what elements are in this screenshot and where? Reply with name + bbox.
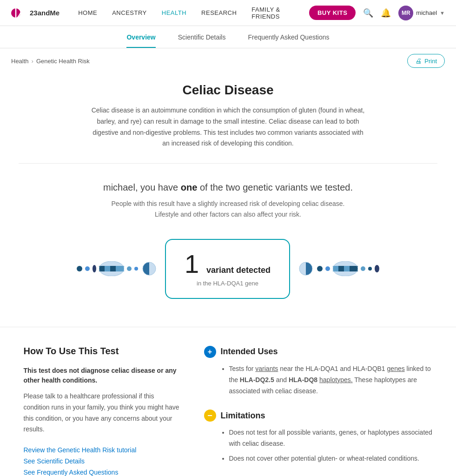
intended-uses-block: + Intended Uses Tests for variants near …: [204, 346, 433, 397]
svg-rect-9: [333, 266, 338, 271]
svg-rect-12: [350, 266, 358, 271]
dot-r3: [361, 266, 365, 271]
link-scientific[interactable]: See Scientific Details: [24, 457, 182, 465]
dot-4: [127, 266, 132, 271]
logo-icon: [11, 5, 28, 21]
limitations-title: Limitations: [221, 411, 265, 421]
limitations-body: Does not test for all possible variants,…: [204, 427, 433, 464]
result-subtext: People with this result have a slightly …: [103, 198, 354, 219]
link-tutorial[interactable]: Review the Genetic Health Risk tutorial: [24, 446, 182, 454]
svg-rect-4: [105, 266, 110, 271]
tab-overview[interactable]: Overview: [126, 27, 155, 47]
breadcrumb-health[interactable]: Health: [11, 58, 29, 65]
link-faq[interactable]: See Frequently Asked Questions: [24, 469, 182, 476]
limitations-item-1: Does not cover other potential gluten- o…: [229, 453, 433, 464]
search-icon[interactable]: 🔍: [363, 8, 373, 18]
intended-uses-body: Tests for variants near the HLA-DQA1 and…: [204, 364, 433, 397]
dot-3: [93, 265, 96, 272]
dot-r5: [375, 265, 379, 272]
variant-number: 1: [185, 251, 199, 277]
half-circle-right: [297, 260, 314, 277]
logo[interactable]: 23andMe: [11, 5, 59, 21]
breadcrumb-bar: Health › Genetic Health Risk 🖨 Print: [0, 48, 456, 73]
dna-cylinder-right: [333, 261, 358, 276]
how-warning: This test does not diagnose celiac disea…: [24, 366, 182, 385]
navbar: 23andMe HOME ANCESTRY HEALTH RESEARCH FA…: [0, 0, 456, 26]
plus-icon: +: [204, 346, 216, 358]
nav-ancestry[interactable]: ANCESTRY: [112, 9, 147, 16]
dot-5: [134, 267, 138, 271]
svg-rect-10: [338, 266, 344, 271]
dna-cylinder-left: [99, 261, 124, 276]
nav-right: BUY KITS 🔍 🔔 MR michael ▼: [309, 6, 445, 20]
breadcrumb-current: Genetic Health Risk: [36, 58, 90, 65]
nav-home[interactable]: HOME: [78, 9, 97, 16]
username: michael: [416, 9, 437, 16]
dot-1: [77, 266, 82, 271]
user-menu[interactable]: MR michael ▼: [398, 6, 445, 20]
result-heading-post: of the two genetic variants we tested.: [197, 182, 353, 192]
result-heading-pre: michael, you have: [103, 182, 181, 192]
dot-2: [85, 266, 90, 271]
disease-description: Celiac disease is an autoimmune conditio…: [89, 105, 368, 149]
buy-kits-button[interactable]: BUY KITS: [309, 6, 356, 20]
svg-rect-6: [116, 266, 124, 271]
nav-health[interactable]: HEALTH: [162, 9, 186, 16]
page-title: Celiac Disease: [61, 83, 396, 98]
nav-research[interactable]: RESEARCH: [201, 9, 237, 16]
svg-rect-5: [110, 266, 116, 271]
how-links: Review the Genetic Health Risk tutorial …: [24, 446, 182, 476]
breadcrumb: Health › Genetic Health Risk: [11, 58, 90, 65]
intended-uses-header: + Intended Uses: [204, 346, 433, 358]
dna-dots-right: [290, 260, 387, 277]
print-icon: 🖨: [415, 57, 422, 65]
dot-r4: [368, 267, 372, 271]
minus-icon: −: [204, 410, 216, 422]
how-right-column: + Intended Uses Tests for variants near …: [204, 346, 433, 476]
tabs: Overview Scientific Details Frequently A…: [0, 26, 456, 48]
tab-faq[interactable]: Frequently Asked Questions: [248, 27, 329, 47]
print-button[interactable]: 🖨 Print: [407, 54, 445, 68]
svg-rect-3: [99, 266, 105, 271]
variant-box: 1 variant detected in the HLA-DQA1 gene: [165, 239, 290, 299]
variant-label: variant detected: [206, 265, 271, 275]
half-circle-left: [141, 260, 158, 277]
chevron-down-icon: ▼: [440, 10, 445, 16]
dot-r2: [325, 266, 330, 271]
result-heading-bold: one: [181, 182, 198, 192]
notification-icon[interactable]: 🔔: [381, 8, 391, 18]
breadcrumb-separator: ›: [32, 58, 33, 65]
brand-name: 23andMe: [30, 9, 59, 17]
main-content: Celiac Disease Celiac disease is an auto…: [52, 73, 405, 149]
variant-visualization: 1 variant detected in the HLA-DQA1 gene: [9, 234, 447, 317]
dot-r1: [317, 266, 323, 271]
print-label: Print: [424, 58, 437, 65]
limitations-item-0: Does not test for all possible variants,…: [229, 427, 433, 450]
svg-rect-11: [344, 266, 350, 271]
limitations-header: − Limitations: [204, 410, 433, 422]
limitations-block: − Limitations Does not test for all poss…: [204, 410, 433, 464]
result-heading: michael, you have one of the two genetic…: [9, 182, 447, 193]
nav-family[interactable]: FAMILY & FRIENDS: [251, 6, 309, 20]
variant-gene: in the HLA-DQA1 gene: [185, 280, 271, 287]
dna-dots-left: [69, 260, 165, 277]
tab-scientific-details[interactable]: Scientific Details: [178, 27, 226, 47]
intended-uses-title: Intended Uses: [221, 347, 278, 357]
intended-uses-item-0: Tests for variants near the HLA-DQA1 and…: [229, 364, 433, 397]
avatar: MR: [398, 6, 413, 20]
how-to-title: How To Use This Test: [24, 346, 182, 357]
nav-links: HOME ANCESTRY HEALTH RESEARCH FAMILY & F…: [78, 6, 309, 20]
how-to-section: How To Use This Test This test does not …: [5, 327, 451, 476]
how-left-column: How To Use This Test This test does not …: [24, 346, 182, 476]
how-text: Please talk to a healthcare professional…: [24, 391, 182, 435]
result-section: michael, you have one of the two genetic…: [0, 164, 456, 327]
